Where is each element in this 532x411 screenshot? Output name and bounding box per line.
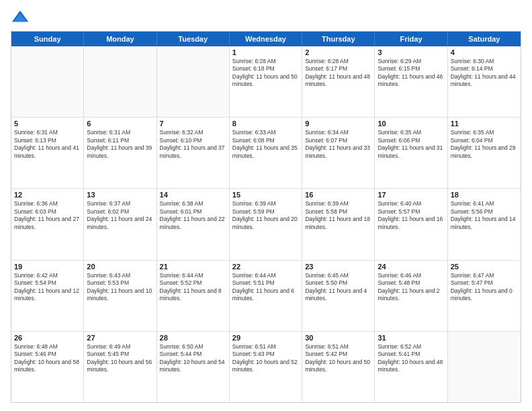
cell-info: Sunrise: 6:39 AMSunset: 5:58 PMDaylight:…: [305, 200, 371, 231]
cal-cell-3-3: 22Sunrise: 6:44 AMSunset: 5:51 PMDayligh…: [230, 261, 302, 331]
cal-cell-3-5: 24Sunrise: 6:46 AMSunset: 5:48 PMDayligh…: [375, 261, 447, 331]
day-number: 21: [160, 263, 226, 271]
day-number: 25: [451, 263, 518, 271]
cal-cell-3-6: 25Sunrise: 6:47 AMSunset: 5:47 PMDayligh…: [448, 261, 521, 331]
day-number: 2: [305, 48, 371, 56]
cell-info: Sunrise: 6:51 AMSunset: 5:43 PMDaylight:…: [232, 343, 299, 374]
cal-cell-0-2: [157, 46, 230, 117]
header-day-saturday: Saturday: [448, 32, 521, 46]
calendar-header: SundayMondayTuesdayWednesdayThursdayFrid…: [11, 32, 521, 46]
day-number: 3: [378, 48, 444, 56]
day-number: 28: [160, 334, 226, 342]
cal-cell-0-1: [84, 46, 157, 117]
cal-cell-2-6: 18Sunrise: 6:41 AMSunset: 5:56 PMDayligh…: [448, 189, 521, 259]
cell-info: Sunrise: 6:49 AMSunset: 5:45 PMDaylight:…: [87, 343, 153, 374]
cell-info: Sunrise: 6:29 AMSunset: 6:15 PMDaylight:…: [378, 58, 444, 89]
cal-cell-1-4: 9Sunrise: 6:34 AMSunset: 6:07 PMDaylight…: [302, 118, 375, 188]
day-number: 26: [14, 334, 81, 342]
cal-cell-0-3: 1Sunrise: 6:28 AMSunset: 6:18 PMDaylight…: [230, 46, 302, 117]
cell-info: Sunrise: 6:28 AMSunset: 6:18 PMDaylight:…: [232, 58, 299, 89]
cell-info: Sunrise: 6:38 AMSunset: 6:01 PMDaylight:…: [160, 200, 226, 231]
day-number: 6: [87, 120, 153, 128]
cell-info: Sunrise: 6:43 AMSunset: 5:53 PMDaylight:…: [87, 272, 153, 303]
day-number: 11: [451, 120, 518, 128]
cell-info: Sunrise: 6:46 AMSunset: 5:48 PMDaylight:…: [378, 272, 444, 303]
header: [11, 8, 521, 27]
day-number: 5: [14, 120, 81, 128]
cal-cell-2-0: 12Sunrise: 6:36 AMSunset: 6:03 PMDayligh…: [11, 189, 84, 259]
header-day-wednesday: Wednesday: [230, 32, 302, 46]
calendar-body: 1Sunrise: 6:28 AMSunset: 6:18 PMDaylight…: [11, 46, 521, 402]
day-number: 23: [305, 263, 371, 271]
cal-cell-2-2: 14Sunrise: 6:38 AMSunset: 6:01 PMDayligh…: [157, 189, 230, 259]
cal-cell-4-0: 26Sunrise: 6:48 AMSunset: 5:46 PMDayligh…: [11, 332, 84, 402]
cal-cell-3-4: 23Sunrise: 6:45 AMSunset: 5:50 PMDayligh…: [302, 261, 375, 331]
cal-cell-2-5: 17Sunrise: 6:40 AMSunset: 5:57 PMDayligh…: [375, 189, 447, 259]
day-number: 18: [451, 191, 518, 199]
day-number: 16: [305, 191, 371, 199]
cell-info: Sunrise: 6:48 AMSunset: 5:46 PMDaylight:…: [14, 343, 81, 374]
cell-info: Sunrise: 6:50 AMSunset: 5:44 PMDaylight:…: [160, 343, 226, 374]
logo: [11, 8, 32, 27]
cal-cell-4-4: 30Sunrise: 6:51 AMSunset: 5:42 PMDayligh…: [302, 332, 375, 402]
cell-info: Sunrise: 6:33 AMSunset: 6:08 PMDaylight:…: [232, 129, 299, 160]
cal-cell-4-5: 31Sunrise: 6:52 AMSunset: 5:41 PMDayligh…: [375, 332, 447, 402]
cell-info: Sunrise: 6:32 AMSunset: 6:10 PMDaylight:…: [160, 129, 226, 160]
cell-info: Sunrise: 6:40 AMSunset: 5:57 PMDaylight:…: [378, 200, 444, 231]
calendar-row-2: 12Sunrise: 6:36 AMSunset: 6:03 PMDayligh…: [11, 189, 521, 260]
cell-info: Sunrise: 6:35 AMSunset: 6:06 PMDaylight:…: [378, 129, 444, 160]
cell-info: Sunrise: 6:31 AMSunset: 6:11 PMDaylight:…: [87, 129, 153, 160]
cal-cell-1-6: 11Sunrise: 6:35 AMSunset: 6:04 PMDayligh…: [448, 118, 521, 188]
calendar-row-0: 1Sunrise: 6:28 AMSunset: 6:18 PMDaylight…: [11, 46, 521, 118]
day-number: 31: [378, 334, 444, 342]
cal-cell-3-0: 19Sunrise: 6:42 AMSunset: 5:54 PMDayligh…: [11, 261, 84, 331]
day-number: 1: [232, 48, 299, 56]
day-number: 7: [160, 120, 226, 128]
cal-cell-1-5: 10Sunrise: 6:35 AMSunset: 6:06 PMDayligh…: [375, 118, 447, 188]
page: SundayMondayTuesdayWednesdayThursdayFrid…: [0, 0, 532, 411]
cell-info: Sunrise: 6:35 AMSunset: 6:04 PMDaylight:…: [451, 129, 518, 160]
cal-cell-2-1: 13Sunrise: 6:37 AMSunset: 6:02 PMDayligh…: [84, 189, 157, 259]
day-number: 30: [305, 334, 371, 342]
day-number: 19: [14, 263, 81, 271]
cal-cell-3-2: 21Sunrise: 6:44 AMSunset: 5:52 PMDayligh…: [157, 261, 230, 331]
day-number: 14: [160, 191, 226, 199]
cell-info: Sunrise: 6:41 AMSunset: 5:56 PMDaylight:…: [451, 200, 518, 231]
cell-info: Sunrise: 6:51 AMSunset: 5:42 PMDaylight:…: [305, 343, 371, 374]
cal-cell-4-2: 28Sunrise: 6:50 AMSunset: 5:44 PMDayligh…: [157, 332, 230, 402]
cal-cell-3-1: 20Sunrise: 6:43 AMSunset: 5:53 PMDayligh…: [84, 261, 157, 331]
cell-info: Sunrise: 6:39 AMSunset: 5:59 PMDaylight:…: [232, 200, 299, 231]
header-day-thursday: Thursday: [302, 32, 375, 46]
cal-cell-0-0: [11, 46, 84, 117]
cell-info: Sunrise: 6:47 AMSunset: 5:47 PMDaylight:…: [451, 272, 518, 303]
cell-info: Sunrise: 6:30 AMSunset: 6:14 PMDaylight:…: [451, 58, 518, 89]
day-number: 20: [87, 263, 153, 271]
day-number: 17: [378, 191, 444, 199]
logo-icon: [11, 8, 30, 27]
cal-cell-4-6: [448, 332, 521, 402]
day-number: 27: [87, 334, 153, 342]
calendar: SundayMondayTuesdayWednesdayThursdayFrid…: [11, 31, 521, 403]
cal-cell-1-1: 6Sunrise: 6:31 AMSunset: 6:11 PMDaylight…: [84, 118, 157, 188]
cell-info: Sunrise: 6:34 AMSunset: 6:07 PMDaylight:…: [305, 129, 371, 160]
day-number: 12: [14, 191, 81, 199]
day-number: 9: [305, 120, 371, 128]
cell-info: Sunrise: 6:52 AMSunset: 5:41 PMDaylight:…: [378, 343, 444, 374]
day-number: 24: [378, 263, 444, 271]
cal-cell-1-2: 7Sunrise: 6:32 AMSunset: 6:10 PMDaylight…: [157, 118, 230, 188]
header-day-tuesday: Tuesday: [157, 32, 230, 46]
header-day-sunday: Sunday: [11, 32, 84, 46]
cal-cell-2-3: 15Sunrise: 6:39 AMSunset: 5:59 PMDayligh…: [230, 189, 302, 259]
cell-info: Sunrise: 6:44 AMSunset: 5:51 PMDaylight:…: [232, 272, 299, 303]
cal-cell-0-6: 4Sunrise: 6:30 AMSunset: 6:14 PMDaylight…: [448, 46, 521, 117]
cal-cell-2-4: 16Sunrise: 6:39 AMSunset: 5:58 PMDayligh…: [302, 189, 375, 259]
day-number: 22: [232, 263, 299, 271]
cal-cell-4-3: 29Sunrise: 6:51 AMSunset: 5:43 PMDayligh…: [230, 332, 302, 402]
cell-info: Sunrise: 6:45 AMSunset: 5:50 PMDaylight:…: [305, 272, 371, 303]
header-day-friday: Friday: [375, 32, 447, 46]
cell-info: Sunrise: 6:36 AMSunset: 6:03 PMDaylight:…: [14, 200, 81, 231]
day-number: 8: [232, 120, 299, 128]
day-number: 15: [232, 191, 299, 199]
day-number: 4: [451, 48, 518, 56]
day-number: 10: [378, 120, 444, 128]
